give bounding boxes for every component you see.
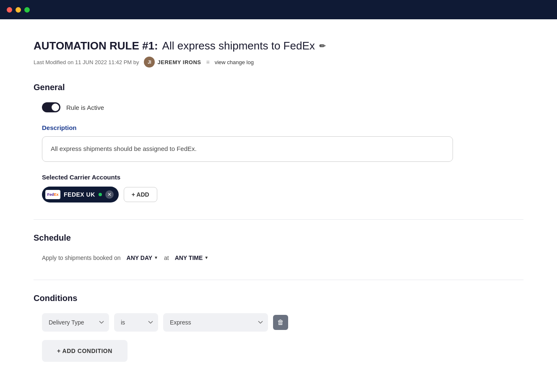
title-name: All express shipments to FedEx [162,39,315,52]
schedule-section: Schedule Apply to shipments booked on AN… [34,233,523,263]
add-carrier-button[interactable]: + ADD [124,187,157,202]
divider-1 [34,219,523,220]
apply-text: Apply to shipments booked on [42,254,121,261]
page-title: AUTOMATION RULE #1: All express shipment… [34,39,523,52]
meta-row: Last Modified on 11 JUN 2022 11:42 PM by… [34,57,523,67]
edit-icon[interactable]: ✏ [319,42,325,51]
carrier-active-dot [99,193,102,196]
carrier-section: Selected Carrier Accounts FedEx FEDEX UK… [42,174,523,202]
schedule-section-title: Schedule [34,233,523,243]
fedex-ex-text: Ex [54,192,59,197]
conditions-section: Conditions Delivery Type Weight Destinat… [34,293,523,362]
conditions-section-title: Conditions [34,293,523,303]
time-dropdown-arrow: ▼ [204,255,208,260]
traffic-light-green[interactable] [24,7,30,13]
change-log-link[interactable]: view change log [215,59,254,65]
traffic-light-red[interactable] [7,7,12,13]
rule-active-toggle[interactable] [42,102,60,112]
title-prefix: AUTOMATION RULE #1: [34,39,158,52]
day-value: ANY DAY [127,254,152,261]
carrier-row: FedEx FEDEX UK ✕ + ADD [42,187,523,202]
avatar: JI [144,57,155,67]
add-condition-row: + ADD CONDITION [34,340,523,362]
divider-2 [34,280,523,280]
add-condition-label: + ADD CONDITION [57,348,112,354]
description-section: Description All express shipments should… [34,124,523,202]
time-dropdown[interactable]: ANY TIME ▼ [174,253,210,263]
description-label: Description [42,124,523,131]
add-carrier-label: + ADD [132,191,149,198]
main-content: AUTOMATION RULE #1: All express shipment… [0,19,557,392]
fedex-fe-text: Fed [47,192,54,197]
condition-field-select[interactable]: Delivery Type Weight Destination Service [42,313,109,332]
general-section-title: General [34,83,523,92]
at-text: at [164,254,169,261]
titlebar [0,0,557,19]
toggle-row: Rule is Active [34,102,523,112]
traffic-light-yellow[interactable] [16,7,21,13]
carrier-remove-button[interactable]: ✕ [105,190,114,199]
toggle-knob [52,104,59,111]
meta-user: JI JEREMY IRONS [144,57,201,67]
change-log-label: view change log [215,59,254,65]
user-name: JEREMY IRONS [157,59,201,65]
schedule-row: Apply to shipments booked on ANY DAY ▼ a… [34,253,523,263]
general-section: General Rule is Active Description All e… [34,83,523,202]
delete-condition-button[interactable]: 🗑 [273,315,288,330]
day-dropdown[interactable]: ANY DAY ▼ [126,253,159,263]
carrier-label: Selected Carrier Accounts [42,174,523,181]
condition-value-select[interactable]: Express Standard Economy [163,313,268,332]
day-dropdown-arrow: ▼ [154,255,158,260]
toggle-label: Rule is Active [66,104,104,111]
add-condition-button[interactable]: + ADD CONDITION [42,340,128,362]
description-box[interactable]: All express shipments should be assigned… [42,136,453,162]
carrier-badge: FedEx FEDEX UK ✕ [42,187,119,202]
carrier-name: FEDEX UK [64,191,95,198]
condition-operator-select[interactable]: is is not contains [114,313,158,332]
fedex-logo: FedEx [45,190,60,199]
modified-text: Last Modified on 11 JUN 2022 11:42 PM by [34,59,139,65]
trash-icon: 🗑 [277,319,284,326]
condition-row: Delivery Type Weight Destination Service… [34,313,523,332]
time-value: ANY TIME [175,254,203,261]
divider-icon: ≡ [206,59,210,65]
